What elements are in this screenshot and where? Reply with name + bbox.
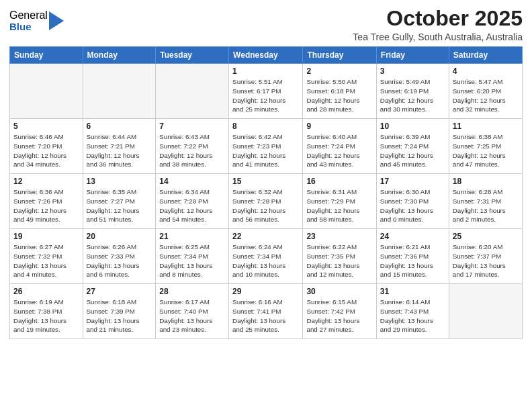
table-row bbox=[83, 64, 156, 119]
day-number: 7 bbox=[159, 122, 225, 131]
day-detail: Sunrise: 6:43 AM Sunset: 7:22 PM Dayligh… bbox=[159, 132, 225, 169]
day-number: 24 bbox=[380, 232, 445, 241]
day-number: 18 bbox=[453, 177, 519, 186]
page-container: General Blue October 2025 Tea Tree Gully… bbox=[0, 0, 532, 411]
day-number: 4 bbox=[453, 66, 519, 76]
table-row: 2Sunrise: 5:50 AM Sunset: 6:18 PM Daylig… bbox=[303, 64, 376, 119]
col-thursday: Thursday bbox=[303, 47, 376, 64]
table-row: 16Sunrise: 6:31 AM Sunset: 7:29 PM Dayli… bbox=[303, 174, 376, 229]
day-detail: Sunrise: 6:25 AM Sunset: 7:34 PM Dayligh… bbox=[159, 242, 225, 279]
logo-icon bbox=[49, 11, 64, 30]
day-number: 29 bbox=[232, 287, 299, 296]
logo: General Blue bbox=[9, 9, 64, 32]
table-row: 31Sunrise: 6:14 AM Sunset: 7:43 PM Dayli… bbox=[376, 284, 449, 339]
day-number: 2 bbox=[306, 66, 372, 76]
subtitle: Tea Tree Gully, South Australia, Austral… bbox=[353, 32, 523, 42]
day-number: 19 bbox=[13, 232, 79, 241]
month-title: October 2025 bbox=[353, 7, 523, 30]
calendar-week-row: 5Sunrise: 6:46 AM Sunset: 7:20 PM Daylig… bbox=[10, 119, 523, 174]
day-detail: Sunrise: 6:34 AM Sunset: 7:28 PM Dayligh… bbox=[159, 187, 225, 224]
day-number: 15 bbox=[232, 177, 299, 186]
day-detail: Sunrise: 5:47 AM Sunset: 6:20 PM Dayligh… bbox=[453, 77, 519, 114]
day-number: 20 bbox=[87, 232, 152, 241]
table-row: 18Sunrise: 6:28 AM Sunset: 7:31 PM Dayli… bbox=[449, 174, 522, 229]
day-number: 9 bbox=[306, 122, 372, 131]
day-detail: Sunrise: 6:31 AM Sunset: 7:29 PM Dayligh… bbox=[306, 187, 372, 224]
day-number: 16 bbox=[306, 177, 372, 186]
table-row: 25Sunrise: 6:20 AM Sunset: 7:37 PM Dayli… bbox=[449, 229, 522, 284]
table-row: 22Sunrise: 6:24 AM Sunset: 7:34 PM Dayli… bbox=[229, 229, 303, 284]
day-detail: Sunrise: 6:30 AM Sunset: 7:30 PM Dayligh… bbox=[380, 187, 445, 224]
day-number: 14 bbox=[159, 177, 225, 186]
table-row: 9Sunrise: 6:40 AM Sunset: 7:24 PM Daylig… bbox=[303, 119, 376, 174]
day-detail: Sunrise: 6:40 AM Sunset: 7:24 PM Dayligh… bbox=[306, 132, 372, 169]
calendar-header-row: Sunday Monday Tuesday Wednesday Thursday… bbox=[10, 47, 523, 64]
day-detail: Sunrise: 6:38 AM Sunset: 7:25 PM Dayligh… bbox=[453, 132, 519, 169]
day-detail: Sunrise: 6:21 AM Sunset: 7:36 PM Dayligh… bbox=[380, 242, 445, 279]
col-tuesday: Tuesday bbox=[156, 47, 229, 64]
col-wednesday: Wednesday bbox=[229, 47, 303, 64]
day-detail: Sunrise: 6:44 AM Sunset: 7:21 PM Dayligh… bbox=[87, 132, 152, 169]
day-detail: Sunrise: 6:27 AM Sunset: 7:32 PM Dayligh… bbox=[13, 242, 79, 279]
table-row: 10Sunrise: 6:39 AM Sunset: 7:24 PM Dayli… bbox=[376, 119, 449, 174]
header: General Blue October 2025 Tea Tree Gully… bbox=[9, 7, 523, 42]
day-number: 21 bbox=[159, 232, 225, 241]
logo-text: General Blue bbox=[9, 9, 48, 32]
table-row: 23Sunrise: 6:22 AM Sunset: 7:35 PM Dayli… bbox=[303, 229, 376, 284]
day-number: 28 bbox=[159, 287, 225, 296]
col-sunday: Sunday bbox=[10, 47, 83, 64]
col-monday: Monday bbox=[83, 47, 156, 64]
day-detail: Sunrise: 6:22 AM Sunset: 7:35 PM Dayligh… bbox=[306, 242, 372, 279]
day-number: 12 bbox=[13, 177, 79, 186]
table-row: 28Sunrise: 6:17 AM Sunset: 7:40 PM Dayli… bbox=[156, 284, 229, 339]
day-detail: Sunrise: 6:17 AM Sunset: 7:40 PM Dayligh… bbox=[159, 298, 225, 334]
table-row: 30Sunrise: 6:15 AM Sunset: 7:42 PM Dayli… bbox=[303, 284, 376, 339]
day-detail: Sunrise: 6:36 AM Sunset: 7:26 PM Dayligh… bbox=[13, 187, 79, 224]
day-number: 6 bbox=[87, 122, 152, 131]
logo-blue: Blue bbox=[9, 21, 48, 33]
table-row: 17Sunrise: 6:30 AM Sunset: 7:30 PM Dayli… bbox=[376, 174, 449, 229]
day-detail: Sunrise: 5:50 AM Sunset: 6:18 PM Dayligh… bbox=[306, 77, 372, 114]
table-row: 8Sunrise: 6:42 AM Sunset: 7:23 PM Daylig… bbox=[229, 119, 303, 174]
day-detail: Sunrise: 6:46 AM Sunset: 7:20 PM Dayligh… bbox=[13, 132, 79, 169]
table-row: 27Sunrise: 6:18 AM Sunset: 7:39 PM Dayli… bbox=[83, 284, 156, 339]
calendar-week-row: 19Sunrise: 6:27 AM Sunset: 7:32 PM Dayli… bbox=[10, 229, 523, 284]
day-number: 22 bbox=[232, 232, 299, 241]
table-row: 3Sunrise: 5:49 AM Sunset: 6:19 PM Daylig… bbox=[376, 64, 449, 119]
day-number: 5 bbox=[13, 122, 79, 131]
logo-general: General bbox=[9, 9, 48, 21]
day-detail: Sunrise: 6:39 AM Sunset: 7:24 PM Dayligh… bbox=[380, 132, 445, 169]
table-row: 11Sunrise: 6:38 AM Sunset: 7:25 PM Dayli… bbox=[449, 119, 522, 174]
day-number: 3 bbox=[380, 66, 445, 76]
calendar-week-row: 1Sunrise: 5:51 AM Sunset: 6:17 PM Daylig… bbox=[10, 64, 523, 119]
day-number: 30 bbox=[306, 287, 372, 296]
day-number: 25 bbox=[453, 232, 519, 241]
table-row: 13Sunrise: 6:35 AM Sunset: 7:27 PM Dayli… bbox=[83, 174, 156, 229]
day-detail: Sunrise: 6:18 AM Sunset: 7:39 PM Dayligh… bbox=[87, 298, 152, 334]
calendar-week-row: 26Sunrise: 6:19 AM Sunset: 7:38 PM Dayli… bbox=[10, 284, 523, 339]
day-detail: Sunrise: 6:15 AM Sunset: 7:42 PM Dayligh… bbox=[306, 298, 372, 334]
day-detail: Sunrise: 6:24 AM Sunset: 7:34 PM Dayligh… bbox=[232, 242, 299, 279]
day-detail: Sunrise: 6:16 AM Sunset: 7:41 PM Dayligh… bbox=[232, 298, 299, 334]
table-row: 26Sunrise: 6:19 AM Sunset: 7:38 PM Dayli… bbox=[10, 284, 83, 339]
day-number: 11 bbox=[453, 122, 519, 131]
day-detail: Sunrise: 6:42 AM Sunset: 7:23 PM Dayligh… bbox=[232, 132, 299, 169]
day-number: 26 bbox=[13, 287, 79, 296]
calendar-week-row: 12Sunrise: 6:36 AM Sunset: 7:26 PM Dayli… bbox=[10, 174, 523, 229]
table-row: 1Sunrise: 5:51 AM Sunset: 6:17 PM Daylig… bbox=[229, 64, 303, 119]
day-detail: Sunrise: 6:32 AM Sunset: 7:28 PM Dayligh… bbox=[232, 187, 299, 224]
day-number: 17 bbox=[380, 177, 445, 186]
day-detail: Sunrise: 5:49 AM Sunset: 6:19 PM Dayligh… bbox=[380, 77, 445, 114]
day-detail: Sunrise: 6:26 AM Sunset: 7:33 PM Dayligh… bbox=[87, 242, 152, 279]
table-row: 14Sunrise: 6:34 AM Sunset: 7:28 PM Dayli… bbox=[156, 174, 229, 229]
table-row bbox=[10, 64, 83, 119]
col-friday: Friday bbox=[376, 47, 449, 64]
svg-marker-0 bbox=[49, 11, 64, 30]
table-row: 7Sunrise: 6:43 AM Sunset: 7:22 PM Daylig… bbox=[156, 119, 229, 174]
table-row: 4Sunrise: 5:47 AM Sunset: 6:20 PM Daylig… bbox=[449, 64, 522, 119]
day-number: 10 bbox=[380, 122, 445, 131]
day-number: 27 bbox=[87, 287, 152, 296]
day-detail: Sunrise: 6:14 AM Sunset: 7:43 PM Dayligh… bbox=[380, 298, 445, 334]
title-block: October 2025 Tea Tree Gully, South Austr… bbox=[353, 7, 523, 42]
day-number: 13 bbox=[87, 177, 152, 186]
